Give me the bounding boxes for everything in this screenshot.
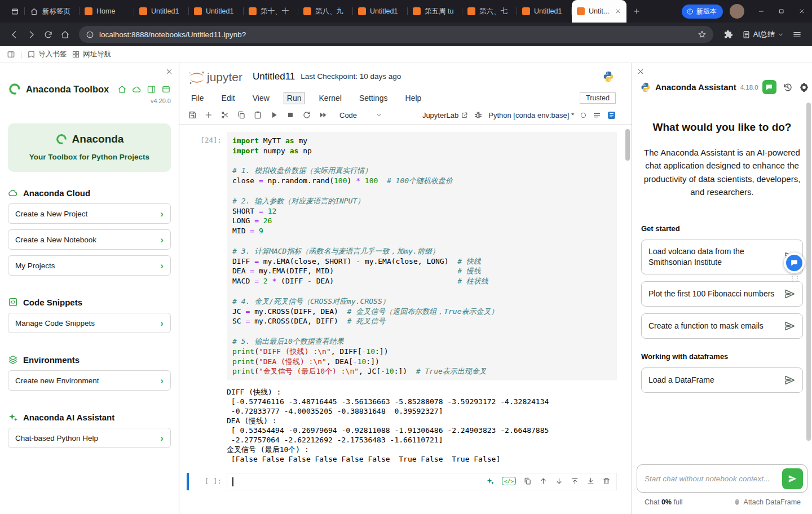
browser-tab-untitled1[interactable]: Untitled1 bbox=[353, 0, 408, 23]
maximize-button[interactable] bbox=[771, 0, 792, 23]
insert-above-icon[interactable] bbox=[571, 477, 579, 485]
side-panel-icon[interactable] bbox=[147, 85, 156, 94]
history-icon[interactable] bbox=[783, 82, 793, 92]
browser-tab-home[interactable]: Home bbox=[80, 0, 134, 23]
restart-kernel-button[interactable] bbox=[302, 110, 311, 119]
save-button[interactable] bbox=[188, 110, 197, 119]
floating-chat-button[interactable] bbox=[784, 252, 805, 273]
browser-tab-untitled1[interactable]: Untitled1 bbox=[517, 0, 572, 23]
new-version-badge[interactable]: 新版本 bbox=[682, 5, 723, 19]
copy-cell-button[interactable] bbox=[237, 110, 246, 119]
cell-type-dropdown[interactable]: Code bbox=[339, 111, 382, 119]
url-field[interactable]: localhost:8888/notebooks/Untitled11.ipyn… bbox=[79, 26, 713, 43]
app-window-icon[interactable] bbox=[161, 85, 171, 94]
prompt-card-load-a-dataframe[interactable]: Load a DataFrame bbox=[641, 367, 803, 393]
gear-icon[interactable] bbox=[799, 82, 809, 92]
cloud-icon[interactable] bbox=[132, 85, 142, 94]
move-up-icon[interactable] bbox=[539, 477, 548, 485]
back-button[interactable] bbox=[6, 26, 23, 43]
toolbox-button-create-new-environment[interactable]: Create new Environment› bbox=[8, 370, 171, 391]
empty-cell-editor[interactable]: </> bbox=[227, 473, 617, 490]
notebook-scrollbar[interactable] bbox=[625, 129, 630, 509]
trusted-button[interactable]: Trusted bbox=[580, 92, 616, 104]
menu-kernel[interactable]: Kernel bbox=[316, 92, 344, 104]
assistant-scrollbar[interactable] bbox=[806, 103, 811, 441]
delete-cell-icon[interactable] bbox=[602, 477, 611, 485]
new-tab-button[interactable] bbox=[629, 3, 645, 19]
prompt-card-create-a-function-to-mask-emails[interactable]: Create a function to mask emails bbox=[641, 313, 803, 339]
url-text[interactable]: localhost:8888/notebooks/Untitled11.ipyn… bbox=[99, 30, 692, 39]
browser-tab[interactable] bbox=[5, 0, 25, 23]
chat-input-box[interactable] bbox=[637, 464, 807, 493]
bookmark-star-icon[interactable] bbox=[698, 30, 707, 39]
bookmark-import[interactable]: 导入书签 bbox=[27, 50, 67, 59]
browser-tab[interactable]: 新标签页 bbox=[25, 0, 80, 23]
duplicate-cell-icon[interactable] bbox=[523, 477, 532, 485]
code-cell-editor[interactable]: import MyTT as myimport numpy as np # 1.… bbox=[227, 132, 617, 380]
menu-settings[interactable]: Settings bbox=[356, 92, 391, 104]
drag-handle-icon[interactable]: ⋮⋮ bbox=[784, 275, 805, 282]
ai-summary-button[interactable]: AI总结 bbox=[742, 29, 784, 39]
interrupt-kernel-button[interactable] bbox=[286, 110, 295, 119]
browser-tab-untit[interactable]: Untit... bbox=[572, 0, 626, 23]
profile-avatar[interactable] bbox=[730, 4, 744, 19]
menu-file[interactable]: File bbox=[188, 92, 207, 104]
prompt-card-plot-the-first-100-fibonacci-numbers[interactable]: Plot the first 100 Fibonacci numbers bbox=[641, 281, 803, 307]
notebook-title[interactable]: Untitled11 bbox=[253, 71, 295, 82]
menu-run[interactable]: Run bbox=[284, 92, 304, 104]
floating-chat-widget[interactable]: ⋮⋮ bbox=[784, 252, 805, 282]
new-chat-button[interactable] bbox=[762, 80, 776, 94]
site-info-icon[interactable] bbox=[86, 30, 94, 39]
kernel-name[interactable]: Python [conda env:base] * bbox=[488, 111, 574, 119]
code-icon[interactable]: </> bbox=[502, 477, 516, 485]
browser-tab-untitled1[interactable]: Untitled1 bbox=[134, 0, 189, 23]
chat-input[interactable] bbox=[645, 475, 778, 483]
home-button[interactable] bbox=[56, 26, 73, 43]
toolbox-button-create-a-new-project[interactable]: Create a New Project› bbox=[8, 203, 171, 224]
paste-cell-button[interactable] bbox=[253, 110, 262, 119]
send-icon[interactable] bbox=[784, 374, 796, 386]
move-down-icon[interactable] bbox=[555, 477, 563, 485]
close-tab-icon[interactable] bbox=[615, 8, 621, 15]
minimize-button[interactable] bbox=[751, 0, 771, 23]
kernel-menu-icon[interactable] bbox=[593, 111, 601, 119]
ai-sparkle-icon[interactable] bbox=[486, 477, 495, 485]
send-icon[interactable] bbox=[784, 288, 796, 300]
browser-tab-untitled1[interactable]: Untitled1 bbox=[189, 0, 244, 23]
scrollbar-thumb[interactable] bbox=[806, 103, 811, 441]
menu-view[interactable]: View bbox=[250, 92, 272, 104]
forward-button[interactable] bbox=[23, 26, 39, 43]
menu-edit[interactable]: Edit bbox=[219, 92, 238, 104]
close-window-button[interactable] bbox=[792, 0, 812, 23]
bookmark-nav[interactable]: 网址导航 bbox=[72, 50, 111, 59]
side-panel-icon[interactable] bbox=[7, 50, 15, 59]
browser-tab-tu[interactable]: 第五周 tu bbox=[408, 0, 462, 23]
toolbox-button-my-projects[interactable]: My Projects› bbox=[8, 255, 171, 276]
menu-help[interactable]: Help bbox=[403, 92, 425, 104]
attach-dataframe-button[interactable]: Attach DataFrame bbox=[733, 498, 801, 506]
refresh-button[interactable] bbox=[39, 26, 56, 43]
send-button[interactable] bbox=[782, 468, 803, 489]
browser-tab[interactable]: 第六、七 bbox=[462, 0, 517, 23]
insert-cell-button[interactable] bbox=[204, 110, 213, 119]
jupyterlab-link[interactable]: JupyterLab bbox=[422, 111, 468, 119]
restart-run-all-button[interactable] bbox=[319, 110, 328, 119]
hamburger-menu-icon[interactable] bbox=[792, 30, 802, 39]
send-icon[interactable] bbox=[784, 320, 796, 332]
toolbox-button-manage-code-snippets[interactable]: Manage Code Snippets› bbox=[8, 313, 171, 333]
toolbox-button-chat-based-python-help[interactable]: Chat-based Python Help› bbox=[8, 428, 171, 448]
browser-tab[interactable]: 第十、十 bbox=[244, 0, 298, 23]
run-cell-button[interactable] bbox=[270, 110, 279, 119]
close-panel-button[interactable] bbox=[165, 68, 173, 76]
toolbox-button-create-a-new-notebook[interactable]: Create a New Notebook› bbox=[8, 229, 171, 250]
extensions-icon[interactable] bbox=[723, 29, 734, 39]
insert-below-icon[interactable] bbox=[586, 477, 595, 485]
prompt-card-load-volcano-data-from-the-smithsonian-institute[interactable]: Load volcano data from the Smithsonian I… bbox=[641, 240, 803, 274]
browser-tab[interactable]: 第八、九 bbox=[298, 0, 353, 23]
scrollbar-thumb[interactable] bbox=[625, 129, 630, 161]
close-panel-button[interactable] bbox=[637, 68, 645, 76]
debugger-icon[interactable] bbox=[474, 110, 483, 119]
home-icon[interactable] bbox=[117, 85, 127, 94]
notebook-mode-icon[interactable] bbox=[607, 110, 616, 120]
cut-cell-button[interactable] bbox=[220, 110, 230, 119]
